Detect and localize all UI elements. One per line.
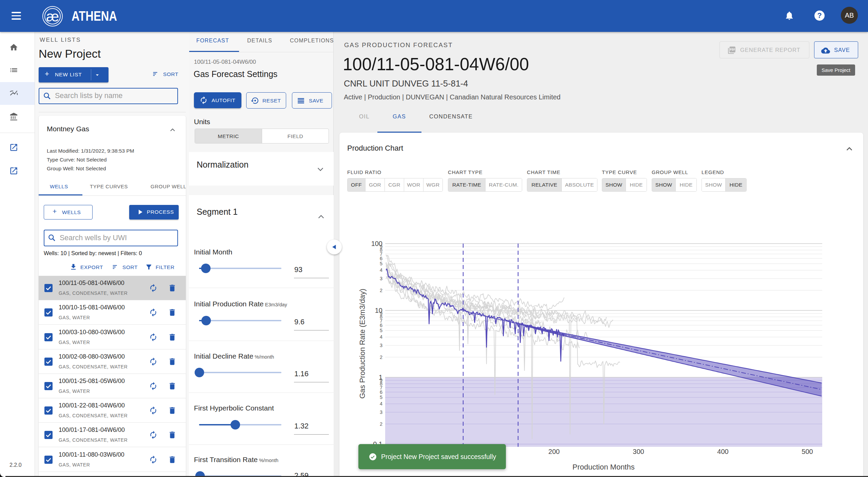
svg-text:200: 200 [548, 448, 559, 455]
svg-text:4: 4 [380, 401, 382, 406]
svg-text:400: 400 [717, 448, 728, 455]
svg-text:Gas Production Rate (E3m3/day): Gas Production Rate (E3m3/day) [358, 289, 367, 399]
svg-text:500: 500 [802, 448, 813, 455]
svg-text:5: 5 [380, 261, 382, 266]
svg-text:3: 3 [380, 409, 382, 415]
svg-text:4: 4 [380, 267, 382, 273]
svg-text:5: 5 [380, 395, 382, 400]
svg-text:300: 300 [633, 448, 644, 455]
svg-text:3: 3 [380, 343, 382, 348]
svg-text:9: 9 [380, 244, 382, 249]
svg-text:2: 2 [380, 421, 382, 427]
svg-text:2: 2 [380, 288, 382, 293]
svg-text:4: 4 [380, 334, 382, 340]
svg-text:Production Months: Production Months [572, 463, 634, 471]
svg-text:5: 5 [380, 328, 382, 333]
svg-text:9: 9 [380, 311, 382, 316]
svg-text:2: 2 [380, 355, 382, 360]
svg-text:9: 9 [380, 378, 382, 383]
svg-text:3: 3 [380, 276, 382, 281]
